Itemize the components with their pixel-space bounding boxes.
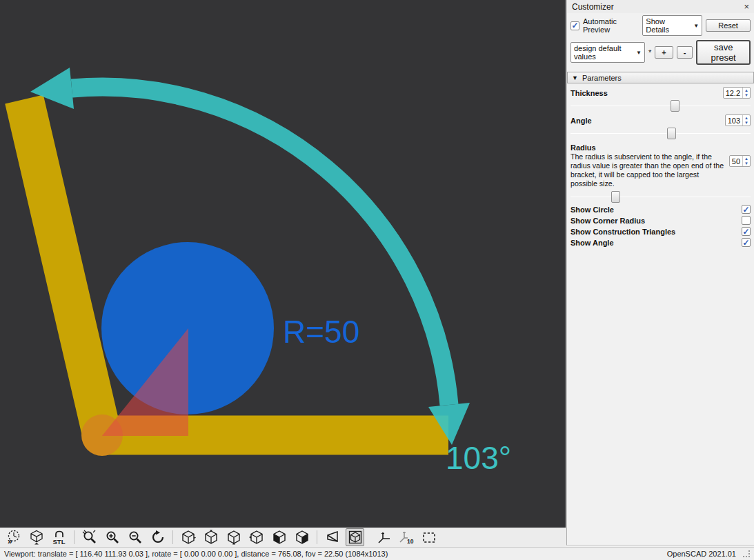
version-label: OpenSCAD 2021.01 (667, 550, 736, 558)
angle-slider-thumb[interactable] (667, 128, 676, 139)
automatic-preview-checkbox[interactable] (571, 21, 579, 30)
show-construction-triangles-checkbox[interactable] (742, 227, 751, 236)
svg-text:STL: STL (52, 538, 65, 545)
add-preset-button[interactable]: + (655, 46, 673, 59)
toolbar-separator (74, 530, 75, 544)
preset-select[interactable]: design default values ▼ (571, 42, 645, 63)
show-angle-row: Show Angle (567, 237, 754, 248)
modified-marker: * (648, 48, 651, 57)
orthogonal-icon[interactable] (346, 528, 364, 546)
show-corner-radius-row: Show Corner Radius (567, 215, 754, 226)
detail-level-select[interactable]: Show Details ▼ (642, 15, 702, 36)
reset-button[interactable]: Reset (706, 19, 751, 32)
spin-arrows-icon[interactable]: ▲▼ (742, 88, 750, 98)
zoom-in-icon[interactable] (103, 528, 121, 546)
thickness-slider[interactable] (571, 100, 751, 112)
show-circle-checkbox[interactable] (742, 205, 751, 214)
radius-label: Radius (571, 143, 596, 152)
view-right-icon[interactable] (179, 528, 197, 546)
show-circle-row: Show Circle (567, 204, 754, 215)
thickness-label: Thickness (571, 89, 608, 97)
parameters-section-header[interactable]: ▼ Parameters (567, 72, 754, 83)
show-scale-markers-icon[interactable]: 10 (397, 528, 415, 546)
show-corner-radius-checkbox[interactable] (742, 216, 751, 225)
chevron-down-icon: ▼ (693, 23, 699, 29)
view-all-icon[interactable] (419, 528, 438, 546)
zoom-all-icon[interactable] (80, 528, 99, 546)
view-top-icon[interactable] (201, 528, 220, 546)
toolbar-separator (172, 530, 173, 544)
bracket-model: R=50 103° (0, 0, 566, 528)
3d-viewport[interactable]: R=50 103° (0, 0, 566, 528)
svg-text:10: 10 (407, 538, 414, 545)
spin-arrows-icon[interactable]: ▲▼ (742, 156, 750, 166)
radius-slider[interactable] (571, 191, 751, 203)
viewport-status-text: Viewport: translate = [ 116.40 111.93 0.… (4, 550, 667, 558)
resize-grip[interactable] (743, 550, 750, 557)
toolbar-separator (317, 530, 317, 544)
show-angle-label: Show Angle (571, 239, 614, 247)
show-axes-icon[interactable] (374, 528, 393, 546)
parameters-header-label: Parameters (582, 74, 622, 82)
collapse-triangle-icon: ▼ (572, 74, 578, 81)
angle-label: 103° (446, 440, 511, 476)
zoom-out-icon[interactable] (126, 528, 144, 546)
svg-text:»: » (8, 537, 12, 545)
preview-icon[interactable]: » (4, 528, 23, 546)
remove-preset-button[interactable]: - (677, 46, 693, 59)
angle-label: Angle (571, 117, 592, 125)
show-construction-triangles-label: Show Construction Triangles (571, 228, 675, 236)
radius-description: The radius is subservient to the angle, … (571, 152, 726, 188)
spin-arrows-icon[interactable]: ▲▼ (742, 115, 750, 126)
customizer-panel: Customizer × Automatic Preview Show Deta… (566, 0, 754, 546)
show-construction-triangles-row: Show Construction Triangles (567, 226, 754, 237)
status-bar: Viewport: translate = [ 116.40 111.93 0.… (0, 547, 754, 560)
reset-view-icon[interactable] (148, 528, 167, 546)
angle-spinbox[interactable]: 103 ▲▼ (725, 114, 751, 126)
angle-slider[interactable] (571, 128, 751, 140)
radius-spinbox[interactable]: 50 ▲▼ (729, 155, 751, 167)
show-angle-checkbox[interactable] (742, 238, 751, 247)
view-back-icon[interactable] (292, 528, 311, 546)
perspective-icon[interactable] (323, 528, 341, 546)
show-circle-label: Show Circle (571, 206, 614, 214)
close-icon[interactable]: × (744, 2, 749, 11)
save-preset-button[interactable]: save preset (696, 40, 751, 65)
thickness-spinbox[interactable]: 12.2 ▲▼ (723, 87, 751, 99)
export-stl-icon[interactable]: STL (50, 528, 68, 546)
radius-slider-thumb[interactable] (611, 191, 620, 203)
view-front-icon[interactable] (270, 528, 288, 546)
render-icon[interactable] (27, 528, 46, 546)
show-corner-radius-label: Show Corner Radius (571, 217, 645, 225)
openscad-window: R=50 103° » STL (0, 0, 754, 560)
viewport-toolbar: » STL (0, 528, 566, 547)
customizer-titlebar[interactable]: Customizer × (567, 0, 754, 13)
automatic-preview-label: Automatic Preview (583, 17, 639, 34)
customizer-title: Customizer (572, 2, 744, 12)
chevron-down-icon: ▼ (636, 50, 642, 56)
view-left-icon[interactable] (247, 528, 266, 546)
radius-label: R=50 (283, 314, 359, 350)
view-bottom-icon[interactable] (224, 528, 243, 546)
thickness-slider-thumb[interactable] (671, 100, 679, 112)
